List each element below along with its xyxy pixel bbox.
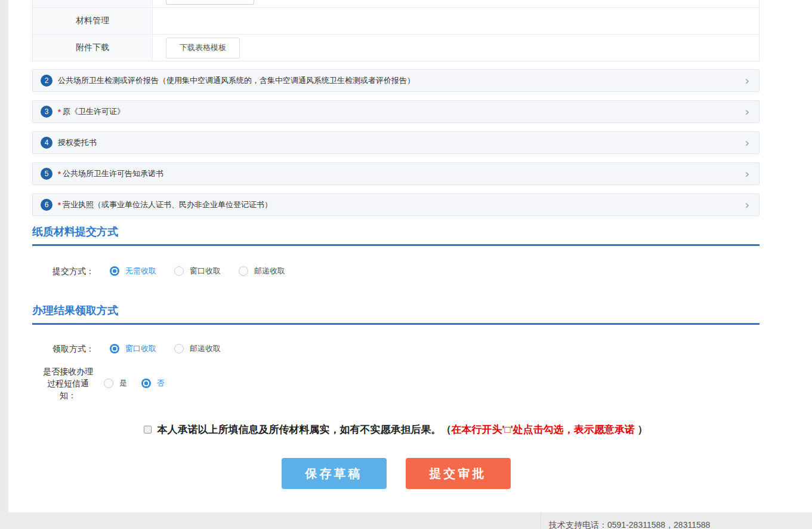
item-number-badge: 6: [41, 199, 53, 211]
radio-label: 是: [119, 378, 127, 389]
submit-approval-button[interactable]: 提交审批: [406, 458, 511, 489]
chevron-right-icon: ›: [745, 75, 749, 87]
page-footer: 技术支持电话：0591-28311588，28311588: [0, 512, 812, 529]
support-phone-text: 技术支持电话：0591-28311588，28311588: [549, 520, 710, 529]
attachment-download-value: 下载表格模板: [153, 35, 759, 61]
table-label-cell: [33, 0, 153, 7]
sms-notify-label: 是否接收办理过程短信通知：: [42, 365, 94, 401]
chevron-right-icon: ›: [745, 168, 749, 180]
radio-label: 邮递收取: [254, 266, 285, 276]
radio-mail-collection[interactable]: 邮递收取: [239, 266, 285, 276]
form-content: 材料管理 附件下载 下载表格模板 2 公共场所卫生检测或评价报告（使用集中空调通…: [32, 0, 759, 489]
radio-label: 窗口收取: [125, 343, 156, 354]
chevron-right-icon: ›: [745, 199, 749, 211]
attachment-title: 营业执照（或事业单位法人证书、民办非企业单位登记证书）: [63, 199, 272, 210]
materials-table: 材料管理 附件下载 下载表格模板: [32, 0, 759, 61]
table-row-attachment-download: 附件下载 下载表格模板: [33, 34, 759, 61]
section-title-result-receive: 办理结果领取方式: [32, 303, 759, 325]
form-page: 材料管理 附件下载 下载表格模板 2 公共场所卫生检测或评价报告（使用集中空调通…: [8, 0, 812, 512]
required-asterisk: *: [58, 170, 61, 179]
save-draft-button[interactable]: 保存草稿: [282, 458, 387, 489]
radio-window-collection[interactable]: 窗口收取: [174, 266, 221, 276]
radio-label: 无需收取: [125, 266, 156, 276]
radio-label: 窗口收取: [190, 266, 221, 276]
attachment-item-5[interactable]: 5 * 公共场所卫生许可告知承诺书 ›: [32, 162, 759, 185]
table-row-material-manage: 材料管理: [33, 7, 759, 34]
radio-unselected-icon: [239, 266, 248, 276]
attachment-list: 2 公共场所卫生检测或评价报告（使用集中空调通风系统的，含集中空调通风系统卫生检…: [32, 69, 759, 216]
attachment-item-6[interactable]: 6 * 营业执照（或事业单位法人证书、民办非企业单位登记证书） ›: [32, 193, 759, 216]
radio-selected-icon: [110, 344, 119, 353]
attachment-title: 授权委托书: [58, 137, 97, 148]
material-manage-label: 材料管理: [33, 8, 153, 34]
attachment-item-4[interactable]: 4 授权委托书 ›: [32, 131, 759, 154]
required-asterisk: *: [58, 201, 61, 210]
attachment-title: 原《卫生许可证》: [63, 106, 125, 117]
radio-label: 否: [157, 378, 165, 389]
radio-sms-yes[interactable]: 是: [104, 378, 127, 389]
commitment-text: 本人承诺以上所填信息及所传材料属实，如有不实愿承担后果。（: [157, 424, 451, 435]
attachment-download-label: 附件下载: [33, 35, 153, 61]
section-title-paper-submit: 纸质材料提交方式: [32, 224, 759, 246]
radio-label: 邮递收取: [190, 343, 221, 354]
chevron-right-icon: ›: [745, 106, 749, 118]
radio-window-pickup[interactable]: 窗口收取: [110, 343, 156, 354]
material-manage-value: [153, 8, 759, 34]
radio-selected-icon: [110, 266, 119, 276]
download-template-button[interactable]: 下载表格模板: [166, 38, 240, 59]
radio-unselected-icon: [104, 379, 113, 388]
footer-divider: [541, 512, 541, 529]
attachment-item-3[interactable]: 3 * 原《卫生许可证》 ›: [32, 100, 759, 123]
action-buttons: 保存草稿 提交审批: [32, 458, 759, 489]
radio-mail-pickup[interactable]: 邮递收取: [174, 343, 221, 354]
submit-method-label: 提交方式：: [42, 265, 94, 277]
chevron-right-icon: ›: [745, 137, 749, 149]
attachment-item-2[interactable]: 2 公共场所卫生检测或评价报告（使用集中空调通风系统的，含集中空调通风系统卫生检…: [32, 69, 759, 92]
commitment-row: 本人承诺以上所填信息及所传材料属实，如有不实愿承担后果。（在本行开头'□'处点击…: [32, 423, 759, 437]
item-number-badge: 5: [41, 168, 53, 180]
attachment-title: 公共场所卫生许可告知承诺书: [63, 168, 163, 179]
commitment-checkbox[interactable]: [144, 426, 152, 433]
submit-method-row: 提交方式： 无需收取 窗口收取 邮递收取: [32, 265, 759, 277]
truncated-control[interactable]: [166, 0, 254, 5]
radio-no-collection[interactable]: 无需收取: [110, 266, 156, 276]
radio-unselected-icon: [174, 344, 184, 353]
radio-unselected-icon: [174, 266, 184, 276]
item-number-badge: 2: [41, 75, 53, 87]
radio-sms-no[interactable]: 否: [141, 378, 165, 389]
radio-selected-icon: [141, 379, 151, 388]
commitment-hint-red: 在本行开头'□'处点击勾选，表示愿意承诺: [451, 424, 637, 435]
commitment-text-close: ）: [638, 424, 648, 435]
required-asterisk: *: [58, 107, 61, 116]
attachment-title: 公共场所卫生检测或评价报告（使用集中空调通风系统的，含集中空调通风系统卫生检测或…: [58, 75, 415, 86]
receive-method-label: 领取方式：: [42, 343, 94, 355]
receive-method-row: 领取方式： 窗口收取 邮递收取: [32, 343, 759, 355]
sms-notify-row: 是否接收办理过程短信通知： 是 否: [32, 365, 759, 401]
item-number-badge: 3: [41, 106, 53, 118]
table-row-truncated: [33, 0, 759, 7]
item-number-badge: 4: [41, 137, 53, 149]
